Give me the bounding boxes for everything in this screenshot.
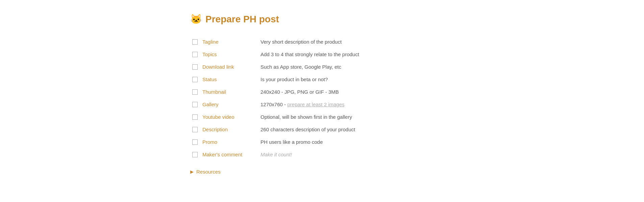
page-emoji: 🐱: [190, 14, 202, 25]
checkbox-cell-topics: [190, 52, 200, 57]
checklist-row-youtube-video: Youtube videoOptional, will be shown fir…: [190, 111, 454, 123]
item-description-download-link: Such as App store, Google Play, etc: [261, 64, 454, 70]
item-label-thumbnail: Thumbnail: [200, 89, 261, 95]
checkbox-cell-download-link: [190, 64, 200, 70]
page-container: 🐱 Prepare PH post TaglineVery short desc…: [170, 0, 474, 188]
resources-section[interactable]: ▶ Resources: [190, 169, 454, 175]
item-description-promo: PH users like a promo code: [261, 139, 454, 145]
item-label-topics: Topics: [200, 51, 261, 57]
checkbox-cell-youtube-video: [190, 114, 200, 120]
checkbox-cell-thumbnail: [190, 89, 200, 95]
item-description-description: 260 characters description of your produ…: [261, 127, 454, 132]
item-description-status: Is your product in beta or not?: [261, 76, 454, 82]
item-label-status: Status: [200, 76, 261, 82]
resources-arrow: ▶: [190, 169, 194, 174]
checkbox-tagline[interactable]: [192, 39, 198, 45]
checklist-row-topics: TopicsAdd 3 to 4 that strongly relate to…: [190, 48, 454, 61]
item-link-gallery[interactable]: prepare at least 2 images: [287, 102, 344, 107]
page-title: 🐱 Prepare PH post: [190, 14, 454, 25]
checkbox-cell-status: [190, 77, 200, 82]
item-description-makers-comment: Make it count!: [261, 152, 454, 157]
item-description-thumbnail: 240x240 - JPG, PNG or GIF - 3MB: [261, 89, 454, 95]
checkbox-promo[interactable]: [192, 139, 198, 145]
item-label-tagline: Tagline: [200, 39, 261, 45]
checkbox-makers-comment[interactable]: [192, 152, 198, 157]
resources-label: Resources: [196, 169, 221, 175]
checkbox-thumbnail[interactable]: [192, 89, 198, 95]
item-label-description: Description: [200, 127, 261, 132]
item-label-youtube-video: Youtube video: [200, 114, 261, 120]
checkbox-cell-promo: [190, 139, 200, 145]
item-description-topics: Add 3 to 4 that strongly relate to the p…: [261, 51, 454, 57]
checklist-row-makers-comment: Maker's commentMake it count!: [190, 148, 454, 161]
item-label-makers-comment: Maker's comment: [200, 152, 261, 157]
checklist: TaglineVery short description of the pro…: [190, 36, 454, 161]
item-label-gallery: Gallery: [200, 102, 261, 107]
item-label-promo: Promo: [200, 139, 261, 145]
item-description-youtube-video: Optional, will be shown first in the gal…: [261, 114, 454, 120]
checklist-row-gallery: Gallery1270x760 - prepare at least 2 ima…: [190, 98, 454, 111]
checklist-row-thumbnail: Thumbnail240x240 - JPG, PNG or GIF - 3MB: [190, 86, 454, 98]
checkbox-download-link[interactable]: [192, 64, 198, 70]
checkbox-status[interactable]: [192, 77, 198, 82]
checkbox-topics[interactable]: [192, 52, 198, 57]
checkbox-gallery[interactable]: [192, 102, 198, 107]
checkbox-cell-gallery: [190, 102, 200, 107]
checklist-row-status: StatusIs your product in beta or not?: [190, 73, 454, 86]
checkbox-cell-description: [190, 127, 200, 132]
checkbox-cell-makers-comment: [190, 152, 200, 157]
checkbox-youtube-video[interactable]: [192, 114, 198, 120]
checklist-row-promo: PromoPH users like a promo code: [190, 136, 454, 148]
item-label-download-link: Download link: [200, 64, 261, 70]
checklist-row-tagline: TaglineVery short description of the pro…: [190, 36, 454, 48]
checkbox-cell-tagline: [190, 39, 200, 45]
checklist-row-download-link: Download linkSuch as App store, Google P…: [190, 61, 454, 73]
item-description-gallery: 1270x760 - prepare at least 2 images: [261, 102, 454, 107]
item-description-tagline: Very short description of the product: [261, 39, 454, 45]
checklist-row-description: Description260 characters description of…: [190, 123, 454, 136]
checkbox-description[interactable]: [192, 127, 198, 132]
